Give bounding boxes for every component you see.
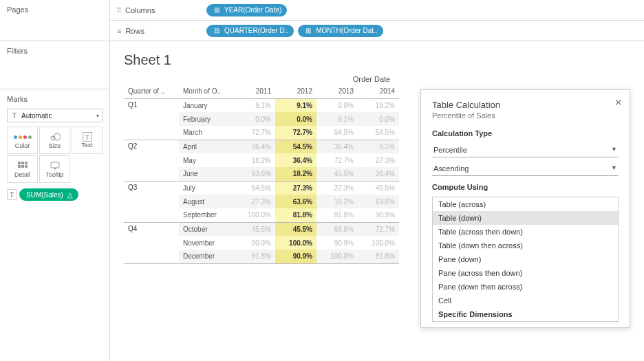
value-cell[interactable]: 45.5% — [316, 167, 358, 181]
value-cell[interactable]: 0.0% — [275, 112, 316, 126]
month-cell[interactable]: January — [179, 98, 234, 112]
value-cell[interactable]: 18.2% — [316, 195, 358, 208]
value-cell[interactable]: 100.0% — [358, 236, 399, 250]
value-cell[interactable]: 90.9% — [316, 236, 358, 250]
quarter-cell[interactable] — [124, 208, 179, 222]
value-cell[interactable]: 72.7% — [234, 126, 275, 140]
value-cell[interactable]: 36.4% — [275, 153, 316, 167]
quarter-cell[interactable]: Q3 — [124, 181, 179, 195]
value-cell[interactable]: 9.1% — [275, 98, 316, 112]
quarter-pill[interactable]: ⊟QUARTER(Order D.. — [206, 25, 294, 37]
value-cell[interactable]: 100.0% — [275, 236, 316, 250]
month-cell[interactable]: May — [179, 153, 234, 167]
value-cell[interactable]: 45.5% — [358, 181, 399, 195]
value-cell[interactable]: 0.0% — [358, 112, 399, 126]
value-cell[interactable]: 90.9% — [234, 236, 275, 250]
value-cell[interactable]: 81.8% — [316, 208, 358, 222]
header-quarter[interactable]: Quarter of .. — [124, 85, 179, 98]
month-cell[interactable]: August — [179, 195, 234, 208]
compute-option[interactable]: Table (down) — [433, 211, 618, 225]
quarter-cell[interactable] — [124, 236, 179, 250]
value-cell[interactable]: 0.0% — [234, 112, 275, 126]
header-2014[interactable]: 2014 — [358, 85, 399, 98]
value-cell[interactable]: 27.3% — [234, 195, 275, 208]
month-cell[interactable]: June — [179, 167, 234, 181]
compute-option[interactable]: Specific Dimensions — [433, 307, 618, 321]
month-cell[interactable]: October — [179, 222, 234, 236]
value-cell[interactable]: 54.5% — [316, 126, 358, 140]
marks-detail-button[interactable]: Detail — [7, 155, 38, 183]
compute-option[interactable]: Pane (across then down) — [433, 266, 618, 280]
value-cell[interactable]: 100.0% — [234, 208, 275, 222]
columns-shelf[interactable]: ⦙⦙⦙Columns ⊞YEAR(Order Date) — [110, 0, 644, 21]
month-cell[interactable]: April — [179, 140, 234, 153]
value-cell[interactable]: 45.5% — [234, 222, 275, 236]
tc-calc-type-select[interactable]: Percentile ▼ — [432, 143, 619, 157]
value-cell[interactable]: 54.5% — [358, 126, 399, 140]
value-cell[interactable]: 63.6% — [275, 195, 316, 208]
value-cell[interactable]: 0.0% — [316, 98, 358, 112]
month-cell[interactable]: December — [179, 250, 234, 263]
value-cell[interactable]: 36.4% — [316, 140, 358, 153]
close-icon[interactable]: ✕ — [614, 97, 623, 108]
tc-sort-select[interactable]: Ascending ▼ — [432, 162, 619, 176]
quarter-cell[interactable] — [124, 167, 179, 181]
sheet-title[interactable]: Sheet 1 — [124, 52, 630, 68]
compute-option[interactable]: Table (across then down) — [433, 225, 618, 239]
value-cell[interactable]: 81.8% — [358, 250, 399, 263]
mark-type-dropdown[interactable]: T Automatic ▾ — [7, 109, 103, 122]
value-cell[interactable]: 54.5% — [275, 140, 316, 153]
value-cell[interactable]: 18.2% — [234, 153, 275, 167]
compute-option[interactable]: Pane (down then across) — [433, 280, 618, 294]
header-2013[interactable]: 2013 — [316, 85, 358, 98]
rows-shelf[interactable]: ≡Rows ⊟QUARTER(Order D.. ⊞MONTH(Order Da… — [110, 21, 644, 41]
month-cell[interactable]: February — [179, 112, 234, 126]
value-cell[interactable]: 63.6% — [358, 195, 399, 208]
value-cell[interactable]: 9.1% — [358, 140, 399, 153]
quarter-cell[interactable] — [124, 112, 179, 126]
marks-color-button[interactable]: Color — [7, 127, 38, 154]
compute-option[interactable]: Cell — [433, 294, 618, 307]
value-cell[interactable]: 81.8% — [275, 208, 316, 222]
quarter-cell[interactable]: Q2 — [124, 140, 179, 153]
quarter-cell[interactable] — [124, 126, 179, 140]
value-cell[interactable]: 100.0% — [316, 250, 358, 263]
value-cell[interactable]: 36.4% — [358, 167, 399, 181]
month-pill[interactable]: ⊞MONTH(Order Dat.. — [298, 25, 383, 37]
value-cell[interactable]: 81.8% — [234, 250, 275, 263]
header-2011[interactable]: 2011 — [234, 85, 275, 98]
marks-size-button[interactable]: Size — [39, 127, 70, 154]
value-cell[interactable]: 72.7% — [275, 126, 316, 140]
compute-option[interactable]: Pane (down) — [433, 252, 618, 266]
compute-option[interactable]: Table (across) — [433, 197, 618, 211]
value-cell[interactable]: 72.7% — [316, 153, 358, 167]
value-cell[interactable]: 27.3% — [358, 153, 399, 167]
value-cell[interactable]: 90.9% — [358, 208, 399, 222]
value-cell[interactable]: 90.9% — [275, 250, 316, 263]
sum-sales-pill[interactable]: SUM(Sales) △ — [19, 188, 78, 201]
compute-option[interactable]: Table (down then across) — [433, 239, 618, 252]
value-cell[interactable]: 36.4% — [234, 140, 275, 153]
value-cell[interactable]: 63.6% — [316, 222, 358, 236]
value-cell[interactable]: 72.7% — [358, 222, 399, 236]
quarter-cell[interactable] — [124, 153, 179, 167]
month-cell[interactable]: November — [179, 236, 234, 250]
month-cell[interactable]: September — [179, 208, 234, 222]
value-cell[interactable]: 18.2% — [358, 98, 399, 112]
value-cell[interactable]: 27.3% — [275, 181, 316, 195]
value-cell[interactable]: 27.3% — [316, 181, 358, 195]
month-cell[interactable]: March — [179, 126, 234, 140]
value-cell[interactable]: 18.2% — [275, 167, 316, 181]
month-cell[interactable]: July — [179, 181, 234, 195]
value-cell[interactable]: 63.6% — [234, 167, 275, 181]
quarter-cell[interactable] — [124, 195, 179, 208]
quarter-cell[interactable]: Q4 — [124, 222, 179, 236]
quarter-cell[interactable] — [124, 250, 179, 263]
value-cell[interactable]: 9.1% — [234, 98, 275, 112]
value-cell[interactable]: 45.5% — [275, 222, 316, 236]
value-cell[interactable]: 9.1% — [316, 112, 358, 126]
header-2012[interactable]: 2012 — [275, 85, 316, 98]
quarter-cell[interactable]: Q1 — [124, 98, 179, 112]
marks-text-button[interactable]: T Text — [72, 127, 103, 154]
marks-tooltip-button[interactable]: Tooltip — [39, 155, 70, 183]
